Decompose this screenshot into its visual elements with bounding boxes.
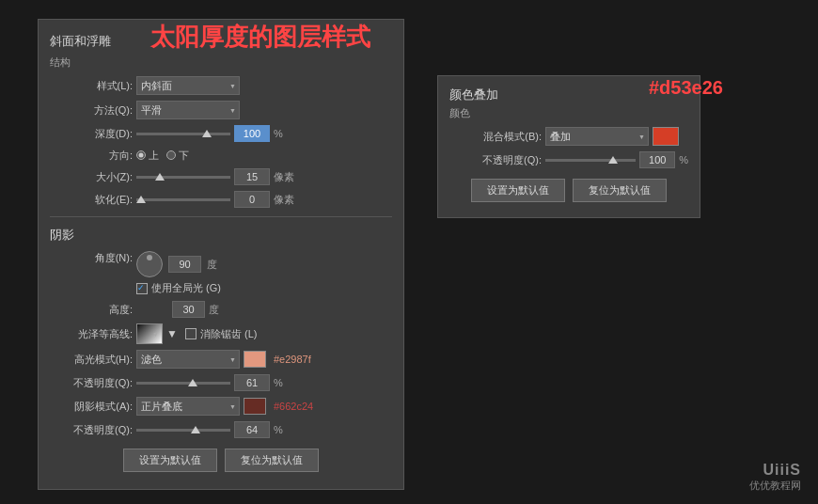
reset-default-button[interactable]: 复位为默认值 — [225, 449, 319, 472]
highlight-opacity-input[interactable] — [234, 374, 270, 391]
gloss-row: 光泽等高线: ▼ 消除锯齿 (L) — [39, 321, 403, 347]
direction-up-label: 上 — [149, 149, 159, 163]
global-light-row[interactable]: 使用全局光 (G) — [136, 281, 221, 295]
overlay-opacity-input[interactable] — [639, 151, 675, 168]
gloss-label: 光泽等高线: — [67, 327, 133, 341]
angle-label: 角度(N): — [67, 251, 133, 265]
highlight-mode-select[interactable]: 滤色 — [136, 350, 240, 369]
highlight-opacity-thumb — [188, 379, 197, 386]
global-light-label: 使用全局光 (G) — [151, 281, 221, 295]
depth-slider[interactable] — [136, 133, 230, 135]
gloss-select-wrapper[interactable] — [136, 323, 163, 344]
global-light-checkbox[interactable] — [136, 283, 148, 294]
overlay-opacity-row: 不透明度(Q): % — [438, 149, 700, 171]
direction-row: 方向: 上 下 — [39, 145, 403, 165]
color-overlay-title-annotation: #d53e26 — [649, 77, 723, 99]
style-select-wrapper[interactable]: 内斜面 — [136, 76, 240, 95]
overlay-color-swatch[interactable] — [653, 127, 679, 146]
size-row: 大小(Z): 像素 — [39, 165, 403, 188]
depth-input[interactable] — [234, 125, 270, 142]
shadow-opacity-label: 不透明度(Q): — [67, 423, 133, 437]
altitude-degree-label: 度 — [209, 303, 219, 317]
shadow-mode-select-wrapper[interactable]: 正片叠底 — [136, 397, 240, 416]
watermark: UiiiS 优优教程网 — [749, 462, 801, 493]
angle-dial[interactable] — [136, 251, 163, 277]
size-slider[interactable] — [136, 176, 230, 179]
method-select-wrapper[interactable]: 平滑 — [136, 101, 240, 119]
blend-mode-select-wrapper[interactable]: 叠加 — [545, 127, 649, 146]
shadow-opacity-unit: % — [274, 424, 283, 435]
size-label: 大小(Z): — [67, 170, 133, 184]
highlight-mode-row: 高光模式(H): 滤色 #e2987f — [39, 347, 403, 371]
shadow-opacity-input[interactable] — [234, 421, 270, 438]
overlay-opacity-thumb — [608, 156, 618, 164]
angle-degree-label: 度 — [207, 258, 217, 272]
style-select[interactable]: 内斜面 — [136, 76, 240, 95]
shadow-opacity-row: 不透明度(Q): % — [39, 418, 403, 441]
altitude-input[interactable] — [172, 301, 205, 318]
shadow-mode-label: 阴影模式(A): — [67, 400, 133, 414]
altitude-row: 高度: 度 — [39, 298, 403, 321]
alias-checkbox[interactable] — [185, 328, 197, 339]
depth-unit: % — [274, 128, 283, 139]
set-default-button[interactable]: 设置为默认值 — [123, 449, 217, 472]
highlight-opacity-label: 不透明度(Q): — [67, 376, 133, 390]
direction-up-item[interactable]: 上 — [136, 149, 159, 163]
highlight-opacity-unit: % — [274, 377, 283, 388]
soften-row: 软化(E): 像素 — [39, 188, 403, 211]
depth-label: 深度(D): — [67, 127, 133, 141]
shadow-color-swatch[interactable] — [244, 398, 266, 415]
overlay-opacity-label: 不透明度(Q): — [466, 153, 542, 167]
direction-radio-group: 上 下 — [136, 149, 189, 163]
angle-input[interactable] — [168, 256, 201, 273]
highlight-opacity-slider[interactable] — [136, 382, 230, 385]
shadow-mode-row: 阴影模式(A): 正片叠底 #662c24 — [39, 394, 403, 418]
depth-row: 深度(D): % — [39, 122, 403, 145]
big-panel-title: 太阳厚度的图层样式 — [150, 21, 370, 54]
soften-input[interactable] — [234, 191, 270, 208]
angle-dot — [147, 255, 152, 260]
watermark-line1: UiiiS — [749, 462, 801, 479]
size-slider-thumb — [155, 173, 165, 181]
shadow-mode-select[interactable]: 正片叠底 — [136, 397, 240, 416]
depth-slider-thumb — [202, 130, 212, 137]
style-row: 样式(L): 内斜面 — [39, 73, 403, 98]
direction-down-radio[interactable] — [166, 150, 176, 160]
gloss-dropdown-arrow[interactable]: ▼ — [166, 327, 181, 340]
shadow-color-annotation: #662c24 — [274, 401, 313, 412]
color-overlay-sub: 颜色 — [438, 105, 700, 124]
highlight-opacity-row: 不透明度(Q): % — [39, 371, 403, 394]
blend-mode-row: 混合模式(B): 叠加 — [438, 124, 700, 149]
soften-label: 软化(E): — [67, 193, 133, 207]
shadow-opacity-thumb — [191, 426, 200, 433]
highlight-color-swatch[interactable] — [244, 351, 266, 368]
overlay-opacity-slider[interactable] — [545, 159, 636, 162]
alias-label: 消除锯齿 (L) — [200, 327, 258, 341]
soften-unit: 像素 — [274, 193, 294, 207]
direction-label: 方向: — [67, 149, 133, 163]
highlight-mode-label: 高光模式(H): — [67, 353, 133, 367]
gloss-preview[interactable] — [136, 323, 163, 344]
shadow-opacity-slider[interactable] — [136, 429, 230, 432]
direction-up-radio[interactable] — [136, 150, 146, 160]
divider-1 — [50, 216, 392, 217]
soften-slider-thumb — [136, 196, 146, 203]
size-input[interactable] — [234, 168, 270, 185]
right-bottom-buttons: 设置为默认值 复位为默认值 — [438, 171, 700, 210]
highlight-mode-select-wrapper[interactable]: 滤色 — [136, 350, 240, 369]
shadow-header: 阴影 — [39, 223, 403, 247]
highlight-color-annotation: #e2987f — [274, 354, 311, 365]
method-select[interactable]: 平滑 — [136, 101, 240, 119]
direction-down-item[interactable]: 下 — [166, 149, 189, 163]
alias-item[interactable]: 消除锯齿 (L) — [185, 327, 258, 341]
main-bottom-buttons: 设置为默认值 复位为默认值 — [39, 441, 403, 480]
overlay-opacity-unit: % — [679, 154, 688, 165]
right-set-default-button[interactable]: 设置为默认值 — [471, 179, 565, 202]
blend-mode-label: 混合模式(B): — [466, 130, 542, 144]
watermark-line2: 优优教程网 — [749, 479, 801, 493]
blend-mode-select[interactable]: 叠加 — [545, 127, 649, 146]
right-reset-default-button[interactable]: 复位为默认值 — [573, 179, 667, 202]
method-row: 方法(Q): 平滑 — [39, 98, 403, 122]
structure-subsection: 结构 — [39, 54, 403, 71]
soften-slider[interactable] — [136, 198, 230, 201]
